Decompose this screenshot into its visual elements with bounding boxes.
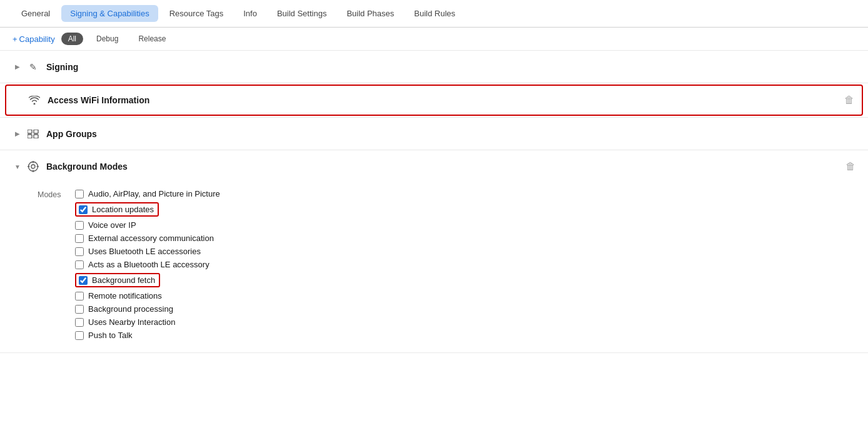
mode-label-bluetooth-peripheral[interactable]: Acts as a Bluetooth LE accessory — [88, 260, 209, 269]
content-area: ▶ ✎ Signing 🗑 ▶ Access WiFi Information … — [0, 51, 868, 353]
background-modes-toggle[interactable]: ▼ — [13, 162, 23, 172]
mode-checkbox-bluetooth-le[interactable] — [75, 247, 84, 256]
background-modes-header: ▼ Background Modes 🗑 — [0, 150, 868, 183]
mode-checkbox-remote-notifications[interactable] — [75, 292, 84, 301]
mode-checkbox-push-to-talk[interactable] — [75, 331, 84, 340]
mode-label-bluetooth-le[interactable]: Uses Bluetooth LE accessories — [88, 247, 201, 256]
mode-checkbox-audio[interactable] — [75, 190, 84, 198]
modes-list: Audio, AirPlay, and Picture in Picture L… — [75, 189, 220, 340]
svg-point-4 — [29, 162, 38, 172]
filter-bar: + Capability All Debug Release — [0, 28, 868, 51]
background-modes-delete-button[interactable]: 🗑 — [845, 161, 855, 172]
filter-all[interactable]: All — [61, 33, 83, 45]
app-groups-section: ▶ App Groups 🗑 — [0, 118, 868, 150]
access-wifi-section: ▶ Access WiFi Information 🗑 — [5, 85, 863, 116]
mode-checkbox-location[interactable] — [79, 205, 88, 214]
mode-item-remote-notifications: Remote notifications — [75, 291, 220, 301]
mode-checkbox-external-accessory[interactable] — [75, 234, 84, 243]
location-highlighted-wrapper: Location updates — [75, 202, 159, 217]
tab-build-settings[interactable]: Build Settings — [268, 5, 336, 22]
signing-section: ▶ ✎ Signing 🗑 — [0, 51, 868, 83]
app-groups-icon — [26, 127, 40, 141]
mode-item-push-to-talk: Push to Talk — [75, 331, 220, 340]
svg-rect-2 — [28, 135, 32, 138]
background-modes-section: ▼ Background Modes 🗑 Modes — [0, 150, 868, 353]
tab-general[interactable]: General — [13, 5, 59, 22]
svg-rect-0 — [28, 130, 32, 133]
tab-bar: General Signing & Capabilities Resource … — [0, 0, 868, 28]
access-wifi-delete-button[interactable]: 🗑 — [844, 95, 854, 106]
plus-icon: + — [13, 34, 18, 44]
mode-label-background-processing[interactable]: Background processing — [88, 304, 173, 314]
background-fetch-highlighted-wrapper: Background fetch — [75, 273, 160, 287]
access-wifi-title: Access WiFi Information — [48, 95, 149, 105]
mode-label-location[interactable]: Location updates — [92, 205, 154, 214]
wifi-icon — [28, 93, 41, 107]
mode-checkbox-nearby-interaction[interactable] — [75, 318, 84, 327]
tab-info[interactable]: Info — [235, 5, 266, 22]
mode-checkbox-background-fetch[interactable] — [79, 276, 88, 285]
tab-build-rules[interactable]: Build Rules — [405, 5, 464, 22]
mode-item-background-processing: Background processing — [75, 304, 220, 314]
mode-label-audio[interactable]: Audio, AirPlay, and Picture in Picture — [88, 189, 220, 198]
tab-resource-tags[interactable]: Resource Tags — [161, 5, 232, 22]
mode-label-voip[interactable]: Voice over IP — [88, 220, 136, 230]
signing-icon: ✎ — [26, 60, 40, 74]
mode-label-background-fetch[interactable]: Background fetch — [92, 275, 155, 285]
app-groups-title: App Groups — [46, 129, 97, 139]
add-capability-button[interactable]: + Capability — [13, 34, 55, 44]
app-groups-toggle[interactable]: ▶ — [13, 129, 23, 139]
mode-checkbox-bluetooth-peripheral[interactable] — [75, 260, 84, 269]
svg-rect-3 — [34, 135, 38, 138]
mode-item-audio: Audio, AirPlay, and Picture in Picture — [75, 189, 220, 198]
mode-label-push-to-talk[interactable]: Push to Talk — [88, 331, 133, 340]
mode-label-remote-notifications[interactable]: Remote notifications — [88, 291, 162, 301]
mode-checkbox-background-processing[interactable] — [75, 305, 84, 314]
svg-point-5 — [31, 165, 35, 168]
mode-item-bluetooth-le: Uses Bluetooth LE accessories — [75, 247, 220, 256]
mode-item-background-fetch: Background fetch — [75, 273, 220, 287]
tab-build-phases[interactable]: Build Phases — [338, 5, 403, 22]
signing-toggle[interactable]: ▶ — [13, 62, 23, 72]
mode-checkbox-voip[interactable] — [75, 221, 84, 230]
mode-label-external-accessory[interactable]: External accessory communication — [88, 234, 214, 243]
mode-item-nearby-interaction: Uses Nearby Interaction — [75, 317, 220, 327]
background-modes-icon — [26, 160, 40, 173]
svg-rect-1 — [34, 130, 38, 133]
mode-item-bluetooth-peripheral: Acts as a Bluetooth LE accessory — [75, 260, 220, 269]
filter-release[interactable]: Release — [131, 33, 173, 45]
add-capability-label: Capability — [19, 34, 55, 44]
modes-label: Modes — [38, 189, 75, 199]
background-modes-title: Background Modes — [46, 162, 128, 172]
mode-item-location: Location updates — [75, 202, 220, 217]
mode-item-voip: Voice over IP — [75, 220, 220, 230]
signing-title: Signing — [46, 62, 78, 72]
tab-signing-capabilities[interactable]: Signing & Capabilities — [61, 5, 158, 22]
modes-content: Modes Audio, AirPlay, and Picture in Pic… — [0, 183, 868, 352]
mode-item-external-accessory: External accessory communication — [75, 234, 220, 243]
mode-label-nearby-interaction[interactable]: Uses Nearby Interaction — [88, 317, 175, 327]
filter-debug[interactable]: Debug — [89, 33, 125, 45]
